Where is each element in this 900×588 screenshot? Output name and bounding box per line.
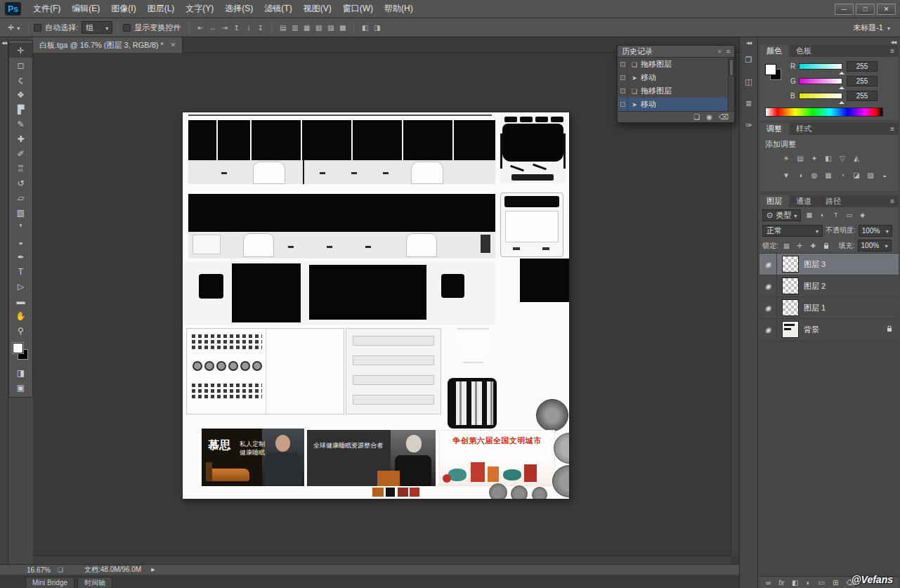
tab-channels[interactable]: 通道 xyxy=(789,195,819,207)
foreground-color-swatch[interactable] xyxy=(765,64,776,75)
distribute-button[interactable]: ▨ xyxy=(325,22,337,34)
scrollbar-thumb[interactable] xyxy=(729,59,733,76)
layer-row-background[interactable]: 背景 xyxy=(759,319,899,341)
tab-adjustments[interactable]: 调整 xyxy=(759,123,789,135)
levels-icon[interactable]: ▤ xyxy=(795,153,806,164)
fill-field[interactable]: 100% xyxy=(858,240,892,251)
red-value-field[interactable]: 255 xyxy=(847,61,878,72)
menu-filter[interactable]: 滤镜(T) xyxy=(259,0,297,18)
history-brush-tool[interactable]: ↺ xyxy=(9,176,32,190)
zoom-tool[interactable]: ⚲ xyxy=(9,323,32,338)
align-right-button[interactable]: ⇥ xyxy=(219,22,230,34)
filter-type-dropdown[interactable]: ⊙ 类型 xyxy=(762,209,801,221)
quick-selection-tool[interactable]: ❖ xyxy=(9,87,32,102)
red-slider[interactable] xyxy=(799,63,842,70)
tool-preset-picker[interactable]: ✛ xyxy=(4,23,23,32)
expand-dock-button[interactable]: ◀◀ xyxy=(740,37,757,45)
tab-timeline[interactable]: 时间轴 xyxy=(77,577,112,588)
tab-styles[interactable]: 样式 xyxy=(789,123,819,135)
layer-thumbnail[interactable] xyxy=(782,277,799,294)
lock-position-icon[interactable]: ✚ xyxy=(808,240,819,251)
tab-color[interactable]: 颜色 xyxy=(759,45,789,57)
menu-file[interactable]: 文件(F) xyxy=(27,0,66,18)
vertical-scrollbar[interactable] xyxy=(731,53,739,556)
path-selection-tool[interactable]: ▷ xyxy=(9,279,32,294)
new-document-from-state-icon[interactable]: ❏ xyxy=(693,113,700,121)
workspace-switcher[interactable]: 未标题-1 xyxy=(847,22,896,33)
pen-tool[interactable]: ✒ xyxy=(9,249,32,264)
rectangle-tool[interactable]: ▬ xyxy=(9,294,32,308)
auto-align-button[interactable]: ◧ xyxy=(359,22,371,34)
distribute-button[interactable]: ▩ xyxy=(337,22,348,34)
filter-type-icon[interactable]: T xyxy=(830,210,841,221)
posterize-icon[interactable]: ◪ xyxy=(851,170,862,181)
color-balance-icon[interactable]: ▼ xyxy=(781,170,792,181)
visibility-toggle[interactable] xyxy=(759,319,777,340)
new-layer-icon[interactable]: ⊞ xyxy=(833,579,838,587)
menu-window[interactable]: 窗口(W) xyxy=(337,0,379,18)
filter-adjustment-icon[interactable]: ◐ xyxy=(817,210,828,221)
gradient-tool[interactable]: ▧ xyxy=(9,205,32,220)
status-options-arrow[interactable]: ▶ xyxy=(151,567,155,573)
maximize-button[interactable]: □ xyxy=(856,4,875,15)
delete-state-icon[interactable]: ⌫ xyxy=(719,113,729,121)
horizontal-scrollbar[interactable] xyxy=(33,556,731,564)
add-mask-icon[interactable]: ◧ xyxy=(792,579,798,587)
history-source-checkbox[interactable] xyxy=(618,84,628,98)
eyedropper-tool[interactable]: ✎ xyxy=(9,117,32,131)
history-item[interactable]: ➤ 移动 xyxy=(618,71,727,84)
quick-mask-button[interactable]: ◨ xyxy=(9,365,32,380)
panel-menu-icon[interactable]: ≡ xyxy=(886,123,899,135)
channel-mixer-icon[interactable]: ▦ xyxy=(823,170,834,181)
menu-view[interactable]: 视图(V) xyxy=(298,0,337,18)
dock-panel-icon[interactable]: ❐ xyxy=(742,53,755,67)
layer-thumbnail[interactable] xyxy=(782,321,799,338)
minimize-button[interactable]: ─ xyxy=(835,4,854,15)
layer-row[interactable]: 图层 1 xyxy=(759,297,899,319)
layer-thumbnail[interactable] xyxy=(782,256,799,273)
move-tool[interactable]: ✛ xyxy=(9,43,32,58)
dock-panel-icon[interactable]: ≣ xyxy=(742,97,755,110)
link-layers-icon[interactable]: ∞ xyxy=(766,579,771,587)
crop-tool[interactable]: ▛ xyxy=(9,102,32,117)
auto-select-checkbox[interactable] xyxy=(34,24,41,32)
dock-panel-icon[interactable]: ✑ xyxy=(742,119,755,132)
document-tab[interactable]: 白板.tga @ 16.7% (图层 3, RGB/8) * ✕ xyxy=(33,37,183,53)
lock-pixels-icon[interactable]: ✛ xyxy=(795,240,805,251)
gradient-map-icon[interactable]: ◒ xyxy=(879,170,890,181)
lock-all-icon[interactable] xyxy=(821,240,832,251)
distribute-button[interactable]: ▦ xyxy=(301,22,313,34)
panel-menu-icon[interactable]: ≡ xyxy=(726,48,730,55)
brush-tool[interactable]: ✐ xyxy=(9,146,32,161)
screen-mode-button[interactable]: ▣ xyxy=(9,380,32,395)
auto-align-button[interactable]: ◨ xyxy=(371,22,383,34)
vibrance-icon[interactable]: ▽ xyxy=(837,153,848,164)
filter-pixel-icon[interactable]: ▦ xyxy=(804,210,814,221)
eraser-tool[interactable]: ▱ xyxy=(9,190,32,205)
threshold-icon[interactable]: ▨ xyxy=(865,170,876,181)
menu-image[interactable]: 图像(I) xyxy=(105,0,141,18)
close-button[interactable]: ✕ xyxy=(877,4,896,15)
zoom-level-field[interactable]: 16.67% xyxy=(27,566,51,574)
marquee-tool[interactable]: ◻ xyxy=(9,58,32,72)
curves-icon[interactable]: ✦ xyxy=(809,153,820,164)
menu-help[interactable]: 帮助(H) xyxy=(379,0,419,18)
tab-mini-bridge[interactable]: Mini Bridge xyxy=(25,577,74,588)
history-source-checkbox[interactable] xyxy=(618,98,628,111)
auto-select-dropdown[interactable]: 组 xyxy=(81,21,112,34)
spot-healing-tool[interactable]: ✚ xyxy=(9,131,32,146)
panel-menu-icon[interactable]: ≡ xyxy=(886,45,899,57)
layer-row[interactable]: 图层 2 xyxy=(759,275,899,297)
menu-layer[interactable]: 图层(L) xyxy=(142,0,181,18)
panel-menu-icon[interactable]: ≡ xyxy=(886,195,899,207)
align-bottom-button[interactable]: ↧ xyxy=(254,22,266,34)
tab-swatches[interactable]: 色板 xyxy=(789,45,819,57)
align-left-button[interactable]: ⇤ xyxy=(195,22,207,34)
black-white-icon[interactable]: ◑ xyxy=(795,170,806,181)
history-source-checkbox[interactable] xyxy=(618,58,628,71)
color-spectrum-ramp[interactable] xyxy=(765,107,883,117)
brightness-contrast-icon[interactable]: ☀ xyxy=(781,153,792,164)
layer-style-icon[interactable]: fx xyxy=(778,579,784,587)
new-snapshot-icon[interactable]: ◉ xyxy=(706,113,712,121)
dock-panel-icon[interactable]: ◫ xyxy=(742,75,755,89)
